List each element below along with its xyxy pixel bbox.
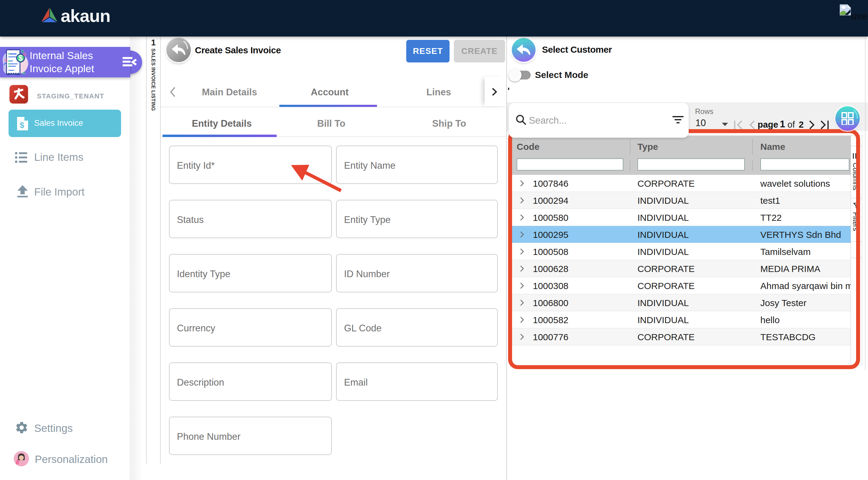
svg-text:$: $ — [20, 121, 24, 130]
svg-text:$: $ — [18, 54, 23, 62]
